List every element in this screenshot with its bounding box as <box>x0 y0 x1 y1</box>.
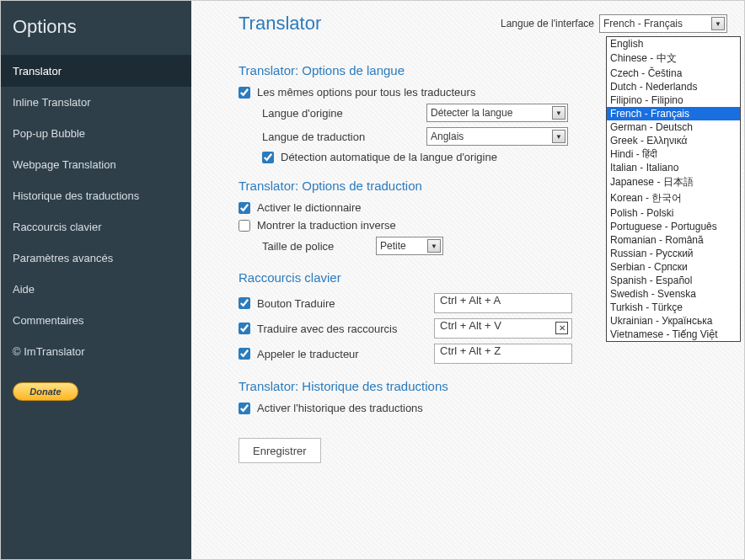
label-font-size: Taille de police <box>262 240 376 253</box>
chevron-down-icon: ▼ <box>427 239 441 253</box>
ui-language-label: Langue de l'interface <box>501 18 594 29</box>
ui-language-option[interactable]: Spanish - Español <box>607 274 740 287</box>
main-panel: Translator Langue de l'interface French … <box>191 1 744 559</box>
sidebar-item-shortcuts[interactable]: Raccourcis clavier <box>1 211 191 243</box>
ui-language-option[interactable]: Italian - Italiano <box>607 161 740 174</box>
sidebar: Options Translator Inline Translator Pop… <box>1 1 191 559</box>
page-title: Translator <box>239 13 321 35</box>
ui-language-option[interactable]: Turkish - Türkçe <box>607 301 740 314</box>
label-same-options: Les mêmes options pour tous les traducte… <box>257 86 475 99</box>
ui-language-option[interactable]: French - Français <box>607 107 740 120</box>
label-autodetect: Détection automatique de la langue d'ori… <box>281 151 497 163</box>
shortcut-label: Traduire avec des raccourcis <box>257 323 434 335</box>
ui-language-option[interactable]: Hindi - हिंदी <box>607 147 740 161</box>
checkbox-same-options[interactable] <box>239 87 250 99</box>
ui-language-option[interactable]: Swedish - Svenska <box>607 287 740 301</box>
sidebar-item-popup[interactable]: Pop-up Bubble <box>1 118 191 149</box>
sidebar-item-feedback[interactable]: Commentaires <box>1 305 191 336</box>
shortcut-value: Ctrl + Alt + Z <box>440 344 501 357</box>
ui-language-option[interactable]: Portuguese - Português <box>607 220 740 233</box>
ui-language-option[interactable]: Dutch - Nederlands <box>607 80 740 93</box>
ui-language-option[interactable]: English <box>607 37 740 51</box>
sidebar-item-history[interactable]: Historique des traductions <box>1 180 191 211</box>
chevron-down-icon: ▼ <box>552 106 565 120</box>
ui-language-option[interactable]: Romanian - Română <box>607 233 740 247</box>
ui-language-option[interactable]: German - Deutsch <box>607 120 740 134</box>
ui-language-option[interactable]: Serbian - Српски <box>607 260 740 274</box>
ui-language-value: French - Français <box>603 18 683 29</box>
select-target-lang[interactable]: Anglais ▼ <box>426 127 568 146</box>
chevron-down-icon: ▼ <box>552 130 565 143</box>
chevron-down-icon: ▼ <box>711 17 725 30</box>
select-font-value: Petite <box>380 240 406 252</box>
label-reverse: Montrer la traduction inverse <box>257 219 396 232</box>
clear-icon[interactable]: ✕ <box>555 322 568 334</box>
sidebar-item-help[interactable]: Aide <box>1 274 191 305</box>
shortcut-input[interactable]: Ctrl + Alt + V✕ <box>434 318 572 339</box>
shortcut-input[interactable]: Ctrl + Alt + A <box>434 293 572 313</box>
ui-language-option[interactable]: Korean - 한국어 <box>607 190 740 206</box>
checkbox-enable-dict[interactable] <box>239 202 250 214</box>
checkbox-shortcut[interactable] <box>239 323 250 334</box>
ui-language-option[interactable]: Ukrainian - Українська <box>607 314 740 328</box>
shortcut-row: Appeler le traducteurCtrl + Alt + Z <box>239 344 697 364</box>
checkbox-autodetect[interactable] <box>262 152 274 163</box>
section-title-history: Translator: Historique des traductions <box>239 379 697 393</box>
sidebar-item-copyright[interactable]: © ImTranslator <box>1 336 191 367</box>
main-top: Translator Langue de l'interface French … <box>191 1 744 40</box>
label-source-lang: Langue d'origine <box>262 107 426 120</box>
shortcut-input[interactable]: Ctrl + Alt + Z <box>434 344 572 364</box>
select-source-lang[interactable]: Détecter la langue ▼ <box>426 104 568 122</box>
ui-language-dropdown[interactable]: EnglishChinese - 中文Czech - ČeštinaDutch … <box>606 36 741 342</box>
checkbox-shortcut[interactable] <box>239 297 250 309</box>
checkbox-reverse[interactable] <box>239 220 250 232</box>
app-root: Options Translator Inline Translator Pop… <box>0 0 745 560</box>
label-enable-history: Activer l'historique des traductions <box>257 402 423 414</box>
select-source-value: Détecter la langue <box>431 107 512 119</box>
select-font-size[interactable]: Petite ▼ <box>376 237 443 255</box>
shortcut-label: Appeler le traducteur <box>257 348 434 360</box>
ui-language-option[interactable]: Polish - Polski <box>607 206 740 220</box>
sidebar-item-advanced[interactable]: Paramètres avancés <box>1 243 191 274</box>
ui-language-select[interactable]: French - Français ▼ <box>599 14 727 33</box>
donate-button[interactable]: Donate <box>13 382 78 401</box>
ui-language-option[interactable]: Japanese - 日本語 <box>607 174 740 190</box>
ui-language-control: Langue de l'interface French - Français … <box>501 14 727 33</box>
sidebar-item-translator[interactable]: Translator <box>1 56 191 87</box>
ui-language-option[interactable]: Russian - Русский <box>607 247 740 260</box>
shortcut-label: Bouton Traduire <box>257 297 434 310</box>
label-enable-dict: Activer le dictionnaire <box>257 201 362 214</box>
checkbox-shortcut[interactable] <box>239 348 250 360</box>
shortcut-value: Ctrl + Alt + A <box>440 294 501 307</box>
ui-language-option[interactable]: Chinese - 中文 <box>607 51 740 67</box>
save-button[interactable]: Enregistrer <box>239 438 321 463</box>
select-target-value: Anglais <box>431 131 464 142</box>
ui-language-option[interactable]: Greek - Ελληνικά <box>607 134 740 147</box>
checkbox-enable-history[interactable] <box>239 403 250 414</box>
ui-language-option[interactable]: Vietnamese - Tiếng Việt <box>607 328 740 341</box>
label-target-lang: Langue de traduction <box>262 131 426 143</box>
sidebar-item-inline[interactable]: Inline Translator <box>1 87 191 118</box>
ui-language-option[interactable]: Filipino - Filipino <box>607 93 740 107</box>
shortcut-value: Ctrl + Alt + V <box>440 319 501 332</box>
sidebar-item-webpage[interactable]: Webpage Translation <box>1 149 191 180</box>
sidebar-title: Options <box>1 1 191 56</box>
ui-language-option[interactable]: Czech - Čeština <box>607 67 740 80</box>
